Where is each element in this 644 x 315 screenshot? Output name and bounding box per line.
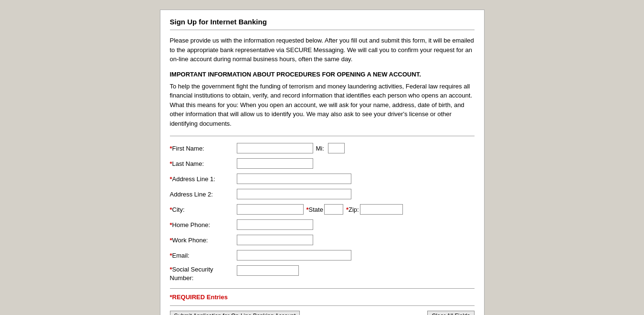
form-container: Sign Up for Internet Banking Please prov… <box>160 10 485 315</box>
first-name-input[interactable] <box>237 143 313 153</box>
city-input[interactable] <box>237 204 304 215</box>
title-divider <box>170 30 475 30</box>
address2-input[interactable] <box>237 189 351 199</box>
email-label: *Email: <box>170 252 237 259</box>
important-heading: IMPORTANT INFORMATION ABOUT PROCEDURES F… <box>170 71 475 78</box>
page-title: Sign Up for Internet Banking <box>170 18 475 26</box>
last-name-label: *Last Name: <box>170 160 237 167</box>
city-state-zip-row: *City: *State *Zip: <box>170 204 475 215</box>
page-wrapper: Sign Up for Internet Banking Please prov… <box>5 5 639 315</box>
form-fields: *First Name: Mi: *Last Name: *Address Li… <box>170 143 475 282</box>
zip-input[interactable] <box>360 204 403 215</box>
last-name-row: *Last Name: <box>170 158 475 169</box>
work-phone-row: *Work Phone: <box>170 235 475 245</box>
address1-label: *Address Line 1: <box>170 175 237 183</box>
ssn-input[interactable] <box>237 265 299 276</box>
notice-text: To help the government fight the funding… <box>170 82 475 129</box>
home-phone-row: *Home Phone: <box>170 219 475 230</box>
zip-label: *Zip: <box>346 206 359 213</box>
city-label: *City: <box>170 206 237 213</box>
button-row: Submit Application for On-Line Banking A… <box>170 311 475 315</box>
ssn-label: *Social Security Number: <box>170 265 237 282</box>
submit-button[interactable]: Submit Application for On-Line Banking A… <box>170 311 300 315</box>
work-phone-label: *Work Phone: <box>170 237 237 244</box>
address1-input[interactable] <box>237 174 351 184</box>
home-phone-label: *Home Phone: <box>170 221 237 228</box>
required-note: *REQUIRED Entries <box>170 293 475 301</box>
address2-label: Address Line 2: <box>170 191 237 198</box>
email-input[interactable] <box>237 250 351 261</box>
email-row: *Email: <box>170 250 475 261</box>
first-name-row: *First Name: Mi: <box>170 143 475 153</box>
clear-button[interactable]: Clear All Fields <box>427 311 474 315</box>
fields-divider <box>170 136 475 136</box>
home-phone-input[interactable] <box>237 219 313 230</box>
first-name-label: *First Name: <box>170 145 237 152</box>
address1-row: *Address Line 1: <box>170 174 475 184</box>
mi-label: Mi: <box>316 145 324 152</box>
bottom-divider <box>170 288 475 289</box>
ssn-row: *Social Security Number: <box>170 265 475 282</box>
state-label: *State <box>306 206 323 213</box>
last-name-input[interactable] <box>237 158 313 169</box>
work-phone-input[interactable] <box>237 235 313 245</box>
intro-text: Please provide us with the information r… <box>170 36 475 64</box>
address2-row: Address Line 2: <box>170 189 475 199</box>
mi-input[interactable] <box>328 143 345 153</box>
button-divider <box>170 305 475 306</box>
state-input[interactable] <box>324 204 343 215</box>
